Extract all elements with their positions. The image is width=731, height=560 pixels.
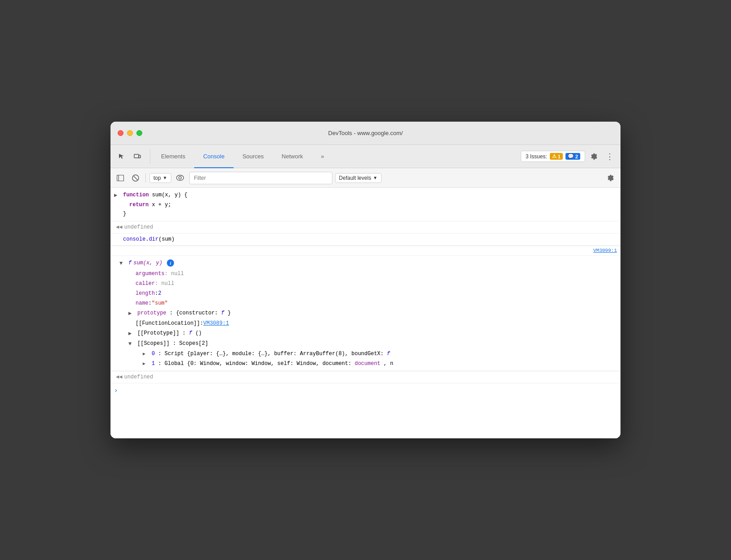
tab-elements[interactable]: Elements <box>152 145 194 168</box>
console-dir-output: ▼ f sum(x, y) i arguments : null caller … <box>110 256 620 371</box>
filter-input[interactable] <box>189 172 332 184</box>
log-levels-selector[interactable]: Default levels ▼ <box>335 173 382 183</box>
tabbar-left-icons <box>114 149 150 164</box>
console-row-function-def: ▶ function sum(x, y) { return x + y; } <box>110 188 620 221</box>
collapse-scopes[interactable]: ▼ <box>128 339 136 348</box>
undefined-value-2: undefined <box>124 373 153 381</box>
warn-badge: ⚠ 1 <box>550 153 563 160</box>
svg-rect-2 <box>117 175 124 181</box>
more-options-icon[interactable]: ⋮ <box>603 150 617 163</box>
tabbar: Elements Console Sources Network » 3 Iss… <box>110 145 620 168</box>
console-row-dir-call: ▶ console.dir(sum) <box>110 233 620 246</box>
traffic-lights <box>118 130 142 136</box>
vm-link-2[interactable]: VM3089:1 <box>203 319 229 327</box>
tab-network[interactable]: Network <box>273 145 312 168</box>
levels-chevron-icon: ▼ <box>373 175 378 180</box>
expand-scope-1[interactable]: ▶ <box>143 360 150 367</box>
svg-rect-0 <box>134 154 139 158</box>
undefined-value-1: undefined <box>124 223 153 231</box>
issues-label: 3 Issues: <box>526 153 547 160</box>
maximize-button[interactable] <box>136 130 142 136</box>
close-button[interactable] <box>118 130 123 136</box>
levels-label: Default levels <box>339 175 371 181</box>
chat-icon: 💬 <box>568 153 574 159</box>
console-settings-icon[interactable] <box>604 172 617 184</box>
clear-console-icon[interactable] <box>129 172 142 184</box>
titlebar: DevTools - www.google.com/ <box>110 122 620 145</box>
expand-prototype2[interactable]: ▶ <box>128 329 136 338</box>
chevron-down-icon: ▼ <box>163 175 167 180</box>
expand-arrow-fn[interactable]: ▶ <box>114 191 121 199</box>
issues-badge[interactable]: 3 Issues: ⚠ 1 💬 2 <box>521 151 585 162</box>
sidebar-toggle-icon[interactable] <box>114 172 127 184</box>
console-output: ▶ function sum(x, y) { return x + y; } ◀… <box>110 188 620 438</box>
responsive-icon[interactable] <box>130 149 144 164</box>
expand-prototype[interactable]: ▶ <box>128 309 136 318</box>
inspect-icon[interactable] <box>114 149 128 164</box>
info-badge: 💬 2 <box>565 153 580 160</box>
console-row-undefined-1: ◀◀ undefined <box>110 221 620 233</box>
console-row-undefined-2: ◀◀ undefined <box>110 371 620 383</box>
settings-icon[interactable] <box>587 149 601 164</box>
tabbar-right: 3 Issues: ⚠ 1 💬 2 ⋮ <box>521 149 617 164</box>
input-caret: › <box>114 386 118 395</box>
minimize-button[interactable] <box>127 130 133 136</box>
console-input[interactable] <box>120 387 617 394</box>
tab-more[interactable]: » <box>312 145 333 168</box>
tab-sources[interactable]: Sources <box>234 145 273 168</box>
context-label: top <box>153 175 161 181</box>
eye-icon[interactable] <box>174 172 187 184</box>
context-selector[interactable]: top ▼ <box>149 173 171 183</box>
svg-rect-1 <box>139 155 140 158</box>
collapse-arrow-fn-obj[interactable]: ▼ <box>119 259 127 267</box>
info-icon[interactable]: i <box>167 259 174 267</box>
warn-icon: ⚠ <box>552 153 557 159</box>
tab-console[interactable]: Console <box>194 145 234 168</box>
console-toolbar: top ▼ Default levels ▼ <box>110 168 620 188</box>
svg-point-7 <box>179 177 182 179</box>
devtools-window: DevTools - www.google.com/ Elements Cons… <box>110 122 620 438</box>
svg-line-5 <box>134 176 137 180</box>
svg-point-6 <box>177 175 184 181</box>
console-input-row: › <box>110 383 620 398</box>
vm-link-1[interactable]: VM3099:1 <box>593 247 620 255</box>
window-title: DevTools - www.google.com/ <box>328 130 403 136</box>
toolbar-separator <box>145 174 146 182</box>
output-arrow-2: ◀◀ <box>114 373 122 381</box>
output-arrow-1: ◀◀ <box>114 223 122 231</box>
expand-scope-0[interactable]: ▶ <box>143 350 150 357</box>
keyword-function: function <box>123 192 149 198</box>
